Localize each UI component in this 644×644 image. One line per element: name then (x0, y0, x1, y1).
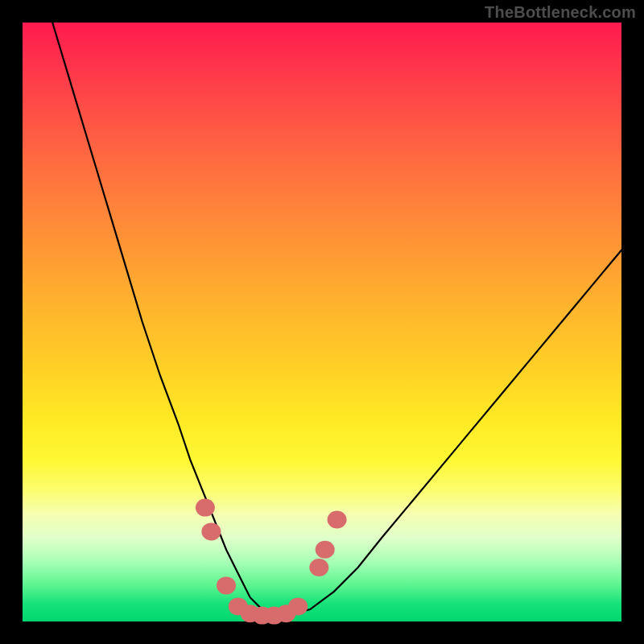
watermark-text: TheBottleneck.com (485, 3, 636, 22)
trough-marker (196, 499, 215, 517)
trough-marker (328, 511, 347, 529)
plot-area (23, 23, 621, 621)
trough-marker (288, 597, 308, 615)
chart-frame: TheBottleneck.com (0, 0, 644, 644)
bottleneck-curve-svg (23, 23, 621, 621)
trough-marker (201, 522, 221, 540)
trough-marker (309, 559, 328, 576)
trough-marker (316, 541, 335, 559)
trough-marker (217, 576, 236, 594)
